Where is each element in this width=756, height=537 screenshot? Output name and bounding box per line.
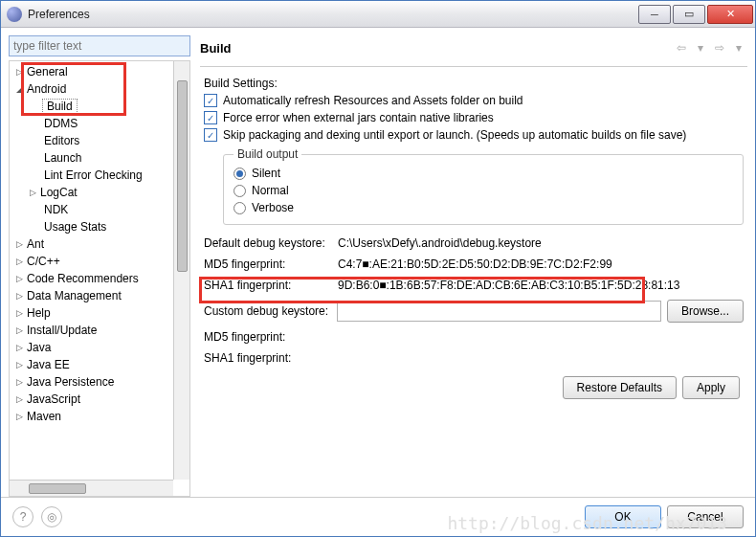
scrollbar-horizontal[interactable] <box>10 480 173 496</box>
checkbox-label: Skip packaging and dexing until export o… <box>223 128 686 142</box>
expand-icon[interactable]: ▷ <box>27 188 38 197</box>
tree-item-javascript[interactable]: JavaScript <box>25 392 82 407</box>
tree-item-help[interactable]: Help <box>25 305 53 321</box>
apply-button[interactable]: Apply <box>682 376 740 399</box>
page-title: Build <box>200 41 671 56</box>
tree-item-editors[interactable]: Editors <box>42 133 81 148</box>
import-export-icon[interactable]: ◎ <box>41 506 62 527</box>
preferences-dialog: Preferences ─ ▭ ✕ ▷General ◢Android Buil… <box>0 0 756 537</box>
ok-button[interactable]: OK <box>585 505 661 528</box>
dialog-footer: ? ◎ OK Cancel <box>1 497 755 536</box>
preferences-tree: ▷General ◢Android Build DDMS Editors Lau… <box>10 61 189 427</box>
browse-button[interactable]: Browse... <box>667 300 744 323</box>
checkbox-label: Automatically refresh Resources and Asse… <box>223 94 523 107</box>
md5-value: C4:7■:AE:21:B0:5D:2E:D5:50:D2:DB:9E:7C:D… <box>338 257 744 271</box>
expand-icon[interactable]: ▷ <box>13 343 25 352</box>
tree-item-maven[interactable]: Maven <box>25 409 63 424</box>
radio-silent[interactable] <box>233 168 246 180</box>
build-output-legend: Build output <box>233 147 301 161</box>
close-button[interactable]: ✕ <box>707 5 753 24</box>
expand-icon[interactable]: ▷ <box>13 377 25 387</box>
checkbox-label: Force error when external jars contain n… <box>223 111 494 124</box>
tree-item-ndk[interactable]: NDK <box>42 202 70 217</box>
help-icon[interactable]: ? <box>12 506 33 527</box>
filter-input[interactable] <box>9 35 190 56</box>
expand-icon[interactable]: ▷ <box>13 67 25 77</box>
expand-icon[interactable]: ▷ <box>13 360 25 369</box>
sidebar: ▷General ◢Android Build DDMS Editors Lau… <box>9 35 190 497</box>
sha1-label-2: SHA1 fingerprint: <box>204 351 338 365</box>
app-icon <box>7 7 22 22</box>
checkbox-skip-packaging[interactable]: ✓ <box>204 128 217 142</box>
custom-keystore-label: Custom debug keystore: <box>204 304 337 318</box>
expand-icon[interactable]: ▷ <box>13 325 25 335</box>
tree-item-javapersist[interactable]: Java Persistence <box>25 374 116 390</box>
tree-item-build[interactable]: Build <box>42 99 78 114</box>
minimize-button[interactable]: ─ <box>638 5 671 24</box>
maximize-button[interactable]: ▭ <box>673 5 705 24</box>
radio-label: Silent <box>252 167 280 180</box>
scrollbar-vertical[interactable] <box>173 61 189 480</box>
tree-item-ddms[interactable]: DDMS <box>42 116 79 131</box>
tree-item-datamgmt[interactable]: Data Management <box>25 288 123 303</box>
restore-defaults-button[interactable]: Restore Defaults <box>563 376 677 399</box>
forward-icon[interactable]: ⇨ <box>711 39 728 56</box>
back-menu-icon[interactable]: ▾ <box>692 39 709 56</box>
tree-item-launch[interactable]: Launch <box>42 150 83 166</box>
build-output-group: Build output Silent Normal Verbose <box>223 147 744 225</box>
tree-item-android[interactable]: Android <box>25 81 68 97</box>
default-keystore-value: C:\Users\xDefy\.android\debug.keystore <box>338 236 744 250</box>
md5-label: MD5 fingerprint: <box>204 257 338 271</box>
default-keystore-label: Default debug keystore: <box>204 236 338 250</box>
checkbox-auto-refresh[interactable]: ✓ <box>204 94 217 107</box>
back-icon[interactable]: ⇦ <box>673 39 690 56</box>
radio-label: Verbose <box>252 201 294 214</box>
tree-item-java[interactable]: Java <box>25 340 53 355</box>
sha1-value: 9D:B6:0■:1B:6B:57:F8:DE:AD:CB:6E:AB:C3:1… <box>338 279 744 292</box>
forward-menu-icon[interactable]: ▾ <box>730 39 747 56</box>
expand-icon[interactable]: ▷ <box>13 412 25 421</box>
tree-item-install[interactable]: Install/Update <box>25 323 99 338</box>
radio-verbose[interactable] <box>233 202 246 214</box>
radio-normal[interactable] <box>233 185 246 197</box>
tree-item-ccpp[interactable]: C/C++ <box>25 254 62 269</box>
sha1-label: SHA1 fingerprint: <box>204 279 338 292</box>
expand-icon[interactable]: ▷ <box>13 291 25 301</box>
titlebar: Preferences ─ ▭ ✕ <box>1 1 755 28</box>
collapse-icon[interactable]: ◢ <box>13 84 25 94</box>
expand-icon[interactable]: ▷ <box>13 274 25 283</box>
tree-item-ant[interactable]: Ant <box>25 236 46 252</box>
radio-label: Normal <box>252 184 289 197</box>
checkbox-force-error[interactable]: ✓ <box>204 111 217 124</box>
custom-keystore-input[interactable] <box>337 301 661 322</box>
expand-icon[interactable]: ▷ <box>13 239 25 249</box>
tree-item-logcat[interactable]: LogCat <box>38 185 79 200</box>
build-settings-label: Build Settings: <box>204 75 744 92</box>
tree-item-coderec[interactable]: Code Recommenders <box>25 271 141 286</box>
tree-item-general[interactable]: General <box>25 64 70 79</box>
expand-icon[interactable]: ▷ <box>13 257 25 266</box>
window-title: Preferences <box>28 8 636 21</box>
cancel-button[interactable]: Cancel <box>667 505 744 528</box>
expand-icon[interactable]: ▷ <box>13 308 25 318</box>
md5-label-2: MD5 fingerprint: <box>204 330 338 344</box>
tree-item-lint[interactable]: Lint Error Checking <box>42 168 145 183</box>
expand-icon[interactable]: ▷ <box>13 394 25 404</box>
main-panel: Build ⇦ ▾ ⇨ ▾ Build Settings: ✓Automatic… <box>190 35 747 497</box>
tree-item-javaee[interactable]: Java EE <box>25 357 72 372</box>
tree-item-usage[interactable]: Usage Stats <box>42 219 108 235</box>
